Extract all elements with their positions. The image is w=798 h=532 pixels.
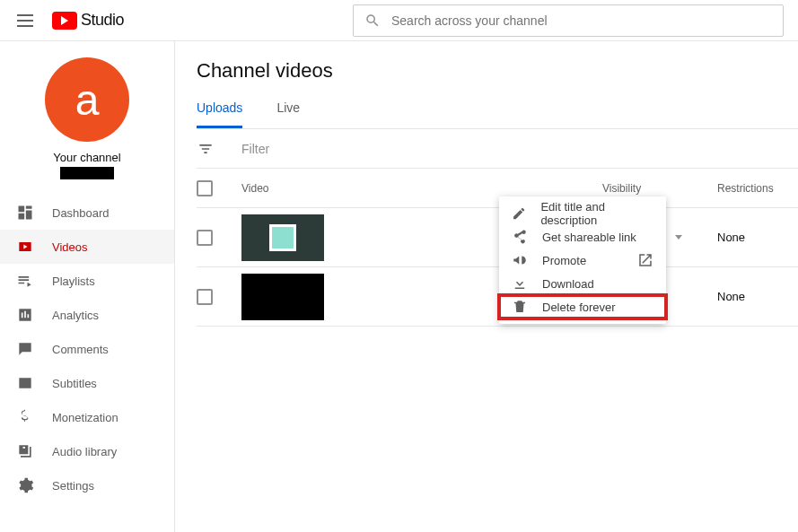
select-all-checkbox[interactable] <box>197 180 213 196</box>
nav-settings[interactable]: Settings <box>0 468 174 502</box>
channel-avatar[interactable]: a <box>45 57 129 142</box>
gear-icon <box>16 476 34 494</box>
logo-text: Studio <box>81 11 124 30</box>
tab-live[interactable]: Live <box>276 100 300 128</box>
pencil-icon <box>512 205 526 222</box>
restrictions-value: None <box>717 290 798 303</box>
search-input[interactable] <box>391 13 772 28</box>
nav-audio-library[interactable]: Audio library <box>0 434 174 468</box>
search-icon <box>364 13 381 29</box>
channel-name-redacted <box>60 167 114 179</box>
external-link-icon <box>637 252 653 268</box>
video-thumbnail[interactable] <box>241 274 324 320</box>
filter-icon[interactable] <box>197 140 215 158</box>
restrictions-value: None <box>717 231 798 244</box>
menu-shareable-link[interactable]: Get shareable link <box>499 225 666 249</box>
nav-playlists[interactable]: Playlists <box>0 264 174 298</box>
nav-dashboard[interactable]: Dashboard <box>0 196 174 230</box>
row-checkbox[interactable] <box>197 230 213 246</box>
download-icon <box>512 275 528 292</box>
filter-label[interactable]: Filter <box>241 142 269 156</box>
nav-analytics[interactable]: Analytics <box>0 298 174 332</box>
column-restrictions: Restrictions <box>717 182 798 195</box>
your-channel-label: Your channel <box>53 151 120 164</box>
playlists-icon <box>16 272 34 290</box>
audio-library-icon <box>16 442 34 460</box>
tab-uploads[interactable]: Uploads <box>197 100 242 128</box>
studio-logo[interactable]: Studio <box>52 11 124 30</box>
youtube-icon <box>52 12 77 30</box>
nav-comments[interactable]: Comments <box>0 332 174 366</box>
megaphone-icon <box>512 252 528 268</box>
nav-monetization[interactable]: Monetization <box>0 400 174 434</box>
analytics-icon <box>16 306 34 324</box>
visibility-dropdown-icon[interactable] <box>675 235 682 240</box>
menu-toggle[interactable] <box>14 10 36 31</box>
dashboard-icon <box>16 204 34 222</box>
page-title: Channel videos <box>197 59 798 83</box>
nav-videos[interactable]: Videos <box>0 230 174 264</box>
video-context-menu: Edit title and description Get shareable… <box>499 196 666 324</box>
column-video: Video <box>241 182 602 195</box>
dollar-icon <box>16 408 34 426</box>
menu-promote[interactable]: Promote <box>499 249 666 272</box>
menu-delete-forever[interactable]: Delete forever <box>499 295 666 318</box>
menu-edit-title[interactable]: Edit title and description <box>499 202 666 225</box>
nav-subtitles[interactable]: Subtitles <box>0 366 174 400</box>
subtitles-icon <box>16 374 34 392</box>
menu-download[interactable]: Download <box>499 272 666 295</box>
comments-icon <box>16 340 34 358</box>
video-row[interactable]: Private None <box>197 267 798 327</box>
column-visibility: Visibility <box>602 182 717 195</box>
videos-icon <box>16 238 34 256</box>
video-thumbnail[interactable] <box>241 214 324 261</box>
trash-icon <box>512 299 528 315</box>
row-checkbox[interactable] <box>197 289 213 305</box>
share-icon <box>512 229 528 245</box>
video-row[interactable]: Public None <box>197 208 798 267</box>
search-bar[interactable] <box>353 4 784 37</box>
